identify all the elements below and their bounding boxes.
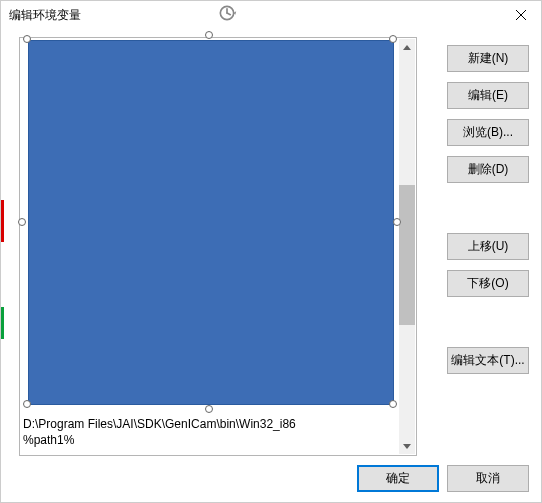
scrollbar[interactable] (399, 39, 415, 454)
refresh-icon (215, 1, 239, 25)
visible-entries: D:\Program Files\JAI\SDK\GenICam\bin\Win… (23, 416, 413, 448)
edit-text-button[interactable]: 编辑文本(T)... (447, 347, 529, 374)
close-icon (516, 10, 526, 20)
dialog-title: 编辑环境变量 (9, 7, 81, 24)
cancel-button[interactable]: 取消 (447, 465, 529, 492)
edit-env-var-dialog: 编辑环境变量 D:\Program Files\JAI\SDK\GenICam\… (0, 0, 542, 503)
resize-handle[interactable] (205, 31, 213, 39)
browse-button[interactable]: 浏览(B)... (447, 119, 529, 146)
dialog-buttons: 确定 取消 (357, 465, 529, 492)
resize-handle[interactable] (205, 405, 213, 413)
selection-overlay (28, 40, 394, 405)
path-listbox[interactable]: D:\Program Files\JAI\SDK\GenICam\bin\Win… (19, 37, 417, 456)
resize-handle[interactable] (18, 218, 26, 226)
spacer (447, 307, 529, 347)
close-button[interactable] (501, 1, 541, 29)
new-button[interactable]: 新建(N) (447, 45, 529, 72)
spacer (447, 193, 529, 233)
ok-button[interactable]: 确定 (357, 465, 439, 492)
side-buttons: 新建(N) 编辑(E) 浏览(B)... 删除(D) 上移(U) 下移(O) 编… (447, 45, 529, 384)
resize-handle[interactable] (389, 35, 397, 43)
edit-button[interactable]: 编辑(E) (447, 82, 529, 109)
list-item[interactable]: %path1% (23, 433, 74, 447)
resize-handle[interactable] (389, 400, 397, 408)
scroll-thumb[interactable] (399, 185, 415, 325)
listbox-inner: D:\Program Files\JAI\SDK\GenICam\bin\Win… (20, 38, 416, 455)
resize-handle[interactable] (23, 400, 31, 408)
move-up-button[interactable]: 上移(U) (447, 233, 529, 260)
move-down-button[interactable]: 下移(O) (447, 270, 529, 297)
list-item[interactable]: D:\Program Files\JAI\SDK\GenICam\bin\Win… (23, 417, 296, 431)
scroll-up-button[interactable] (399, 39, 415, 55)
resize-handle[interactable] (23, 35, 31, 43)
scroll-down-button[interactable] (399, 438, 415, 454)
delete-button[interactable]: 删除(D) (447, 156, 529, 183)
dialog-content: D:\Program Files\JAI\SDK\GenICam\bin\Win… (1, 29, 541, 502)
main-area: D:\Program Files\JAI\SDK\GenICam\bin\Win… (19, 37, 433, 460)
resize-handle[interactable] (393, 218, 401, 226)
titlebar: 编辑环境变量 (1, 1, 541, 29)
